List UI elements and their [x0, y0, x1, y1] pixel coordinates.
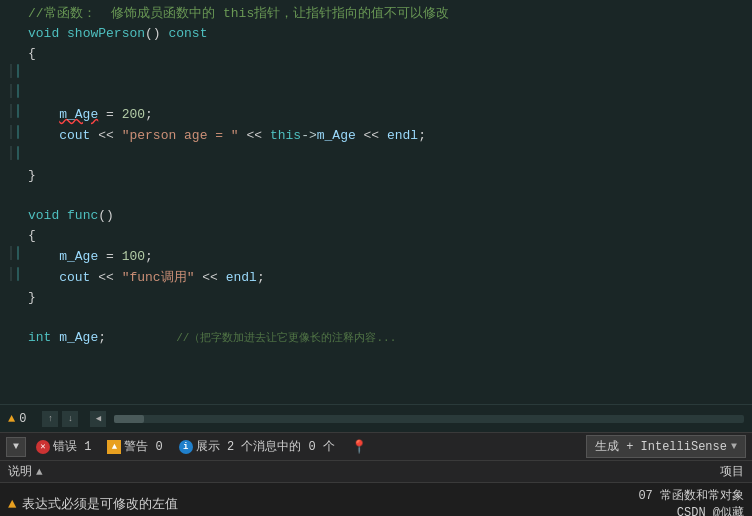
code-line-14: cout << "func调用" << endl ; — [10, 267, 752, 288]
info-panel-title: 说明 ▲ — [8, 463, 43, 480]
info-status-item[interactable]: i 展示 2 个消息中的 0 个 — [173, 436, 341, 457]
gutter-4 — [10, 64, 24, 78]
info-label: 展示 2 个消息中的 0 个 — [196, 438, 335, 455]
scroll-bar: ▲ 0 ↑ ↓ ◀ — [0, 404, 752, 432]
line-comment-1: //常函数： 修饰成员函数中的 this指针，让指针指向的值不可以修改 — [28, 4, 449, 24]
scroll-count: 0 — [19, 412, 26, 426]
fn-func: func — [67, 206, 98, 226]
location-icon: 📍 — [351, 439, 367, 455]
code-line-15: } — [10, 288, 752, 308]
location-item[interactable]: 📍 — [345, 437, 373, 457]
code-line-7: cout << "person age = " << this -> m_Age… — [10, 125, 752, 146]
scroll-nav: ▲ 0 ↑ ↓ ◀ — [8, 411, 106, 427]
gutter-8 — [10, 146, 24, 160]
code-line-4 — [10, 64, 752, 84]
info-panel-title-text: 说明 — [8, 463, 32, 480]
info-icon: i — [179, 440, 193, 454]
code-editor: //常函数： 修饰成员函数中的 this指针，让指针指向的值不可以修改 void… — [0, 0, 752, 404]
gutter-14 — [10, 267, 24, 281]
code-line-1: //常函数： 修饰成员函数中的 this指针，让指针指向的值不可以修改 — [10, 4, 752, 24]
info-warn-icon: ▲ — [8, 496, 16, 512]
warn-icon: ▲ — [107, 440, 121, 454]
fn-showperson: showPerson — [67, 24, 145, 44]
dropdown-arrow-icon: ▼ — [13, 441, 19, 452]
gutter-7 — [10, 125, 24, 139]
gutter-5 — [10, 84, 24, 98]
scroll-up-button[interactable]: ↑ — [42, 411, 58, 427]
code-line-16 — [10, 308, 752, 328]
info-panel-chevron-icon[interactable]: ▲ — [36, 466, 43, 478]
code-line-12: { — [10, 226, 752, 246]
code-line-6: m_Age = 200 ; — [10, 104, 752, 125]
status-bar: ▼ ✕ 错误 1 ▲ 警告 0 i 展示 2 个消息中的 0 个 📍 生成 + … — [0, 432, 752, 460]
intellisense-arrow-icon: ▼ — [731, 441, 737, 452]
info-panel-content: ▲ 表达式必须是可修改的左值 07 常函数和常对象 CSDN @似藏 — [0, 483, 752, 516]
status-dropdown-button[interactable]: ▼ — [6, 437, 26, 457]
scroll-down-button[interactable]: ↓ — [62, 411, 78, 427]
scroll-left-button[interactable]: ◀ — [90, 411, 106, 427]
var-mage-underline: m_Age — [59, 105, 98, 125]
code-line-17: int m_Age ; //（把字数加进去让它更像长的注释内容... — [10, 328, 752, 348]
code-line-10 — [10, 186, 752, 206]
info-panel: 说明 ▲ 项目 ▲ 表达式必须是可修改的左值 07 常函数和常对象 CSDN @… — [0, 460, 752, 516]
code-line-3: { — [10, 44, 752, 64]
gutter-13 — [10, 246, 24, 260]
code-line-8 — [10, 146, 752, 166]
warning-triangle-icon: ▲ — [8, 412, 15, 426]
code-lines: //常函数： 修饰成员函数中的 this指针，让指针指向的值不可以修改 void… — [0, 4, 752, 348]
source-project: 07 常函数和常对象 — [638, 487, 744, 504]
error-status-item[interactable]: ✕ 错误 1 — [30, 436, 97, 457]
code-line-13: m_Age = 100 ; — [10, 246, 752, 267]
scroll-thumb[interactable] — [114, 415, 144, 423]
warning-label: 警告 0 — [124, 438, 162, 455]
kw-void-1: void — [28, 24, 59, 44]
code-line-9: } — [10, 166, 752, 186]
error-icon: ✕ — [36, 440, 50, 454]
info-message-text: 表达式必须是可修改的左值 — [22, 495, 178, 513]
error-label: 错误 1 — [53, 438, 91, 455]
intellisense-button[interactable]: 生成 + IntelliSense ▼ — [586, 435, 746, 458]
info-message: ▲ 表达式必须是可修改的左值 — [8, 495, 178, 513]
info-panel-header: 说明 ▲ 项目 — [0, 461, 752, 483]
intellisense-label: 生成 + IntelliSense — [595, 438, 727, 455]
info-panel-right-label: 项目 — [720, 463, 744, 480]
gutter-6 — [10, 104, 24, 118]
code-line-11: void func () — [10, 206, 752, 226]
warning-status-item[interactable]: ▲ 警告 0 — [101, 436, 168, 457]
code-line-5 — [10, 84, 752, 104]
horizontal-scrollbar[interactable] — [114, 415, 744, 423]
code-line-2: void showPerson () const — [10, 24, 752, 44]
kw-const: const — [168, 24, 207, 44]
source-author: CSDN @似藏 — [638, 504, 744, 516]
info-source: 07 常函数和常对象 CSDN @似藏 — [638, 487, 744, 516]
